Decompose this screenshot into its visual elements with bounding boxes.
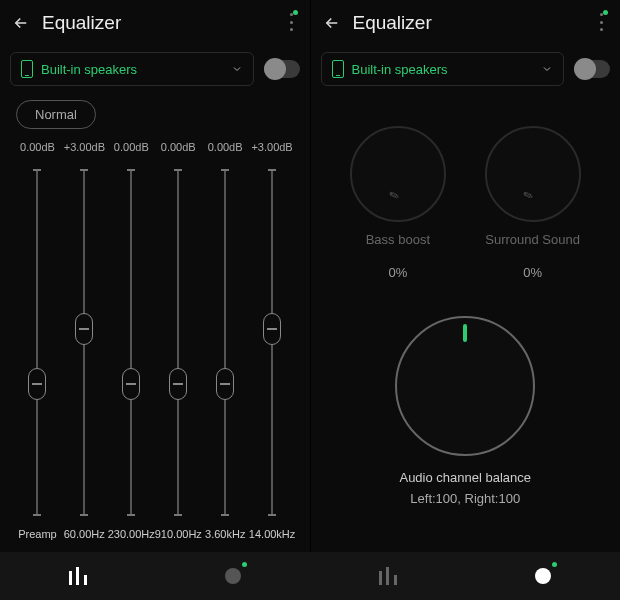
bottom-nav <box>0 552 620 600</box>
surround-label: Surround Sound <box>485 232 580 247</box>
band-freq-label: 230.00Hz <box>108 528 155 540</box>
slider-thumb[interactable] <box>75 313 93 345</box>
bass-boost-group: ✎ Bass boost 0% <box>350 126 446 280</box>
band-freq-label: 910.00Hz <box>155 528 202 540</box>
chevron-down-icon <box>231 63 243 75</box>
bass-boost-knob[interactable]: ✎ <box>350 126 446 222</box>
slider-thumb[interactable] <box>169 368 187 400</box>
eq-band-slider[interactable] <box>61 169 108 516</box>
overflow-menu[interactable] <box>276 11 300 35</box>
page-title: Equalizer <box>353 12 587 34</box>
more-vert-icon <box>290 13 294 31</box>
surround-value: 0% <box>523 265 542 280</box>
edit-icon: ✎ <box>387 188 401 205</box>
nav-tab-balance[interactable] <box>155 552 310 600</box>
slider-thumb[interactable] <box>122 368 140 400</box>
band-freq-label: 3.60kHz <box>205 528 245 540</box>
overflow-menu[interactable] <box>586 11 610 35</box>
knob-icon <box>225 568 241 584</box>
band-db-label: 0.00dB <box>114 141 149 159</box>
band-db-label: +3.00dB <box>251 141 292 159</box>
toggle-thumb <box>574 58 596 80</box>
device-label: Built-in speakers <box>41 62 225 77</box>
band-freq-label: 60.00Hz <box>64 528 105 540</box>
knob-indicator-icon <box>463 324 467 342</box>
preset-chip[interactable]: Normal <box>16 100 96 129</box>
nav-tab-eq[interactable] <box>0 552 155 600</box>
equalizer-pane-sliders: Equalizer Built-in speakers Normal 0.00d… <box>0 0 310 552</box>
band-db-label: +3.00dB <box>64 141 105 159</box>
eq-enable-toggle[interactable] <box>264 60 300 78</box>
slider-thumb[interactable] <box>263 313 281 345</box>
balance-label: Audio channel balance <box>399 470 531 485</box>
chevron-down-icon <box>541 63 553 75</box>
notification-dot-icon <box>242 562 247 567</box>
balance-value: Left:100, Right:100 <box>410 491 520 506</box>
band-db-label: 0.00dB <box>20 141 55 159</box>
equalizer-pane-knobs: Equalizer Built-in speakers ✎ <box>310 0 621 552</box>
surround-group: ✎ Surround Sound 0% <box>485 126 581 280</box>
eq-enable-toggle[interactable] <box>574 60 610 78</box>
equalizer-bands: 0.00dB+3.00dB0.00dB0.00dB0.00dB+3.00dB P… <box>0 137 310 552</box>
eq-band-slider[interactable] <box>249 169 296 516</box>
edit-icon: ✎ <box>521 188 535 205</box>
balance-knob[interactable] <box>395 316 535 456</box>
speaker-device-icon <box>332 60 344 78</box>
sliders-icon <box>379 567 397 585</box>
bass-boost-label: Bass boost <box>366 232 430 247</box>
slider-thumb[interactable] <box>216 368 234 400</box>
device-label: Built-in speakers <box>352 62 536 77</box>
page-title: Equalizer <box>42 12 276 34</box>
audio-output-dropdown[interactable]: Built-in speakers <box>321 52 565 86</box>
band-freq-label: 14.00kHz <box>249 528 295 540</box>
knob-icon <box>535 568 551 584</box>
notification-dot-icon <box>552 562 557 567</box>
eq-band-slider[interactable] <box>155 169 202 516</box>
speaker-device-icon <box>21 60 33 78</box>
eq-band-slider[interactable] <box>14 169 61 516</box>
balance-group: Audio channel balance Left:100, Right:10… <box>331 316 601 506</box>
bass-boost-value: 0% <box>388 265 407 280</box>
audio-output-dropdown[interactable]: Built-in speakers <box>10 52 254 86</box>
back-button[interactable] <box>321 12 343 34</box>
notification-dot-icon <box>293 10 298 15</box>
surround-knob[interactable]: ✎ <box>485 126 581 222</box>
eq-band-slider[interactable] <box>202 169 249 516</box>
more-vert-icon <box>600 13 604 31</box>
slider-thumb[interactable] <box>28 368 46 400</box>
toggle-thumb <box>264 58 286 80</box>
band-freq-label: Preamp <box>18 528 57 540</box>
back-button[interactable] <box>10 12 32 34</box>
notification-dot-icon <box>603 10 608 15</box>
sliders-icon <box>69 567 87 585</box>
nav-tab-balance-active[interactable] <box>465 552 620 600</box>
band-db-label: 0.00dB <box>161 141 196 159</box>
header-left: Equalizer <box>0 0 310 46</box>
nav-tab-eq-secondary[interactable] <box>310 552 465 600</box>
eq-band-slider[interactable] <box>108 169 155 516</box>
header-right: Equalizer <box>311 0 621 46</box>
band-db-label: 0.00dB <box>208 141 243 159</box>
